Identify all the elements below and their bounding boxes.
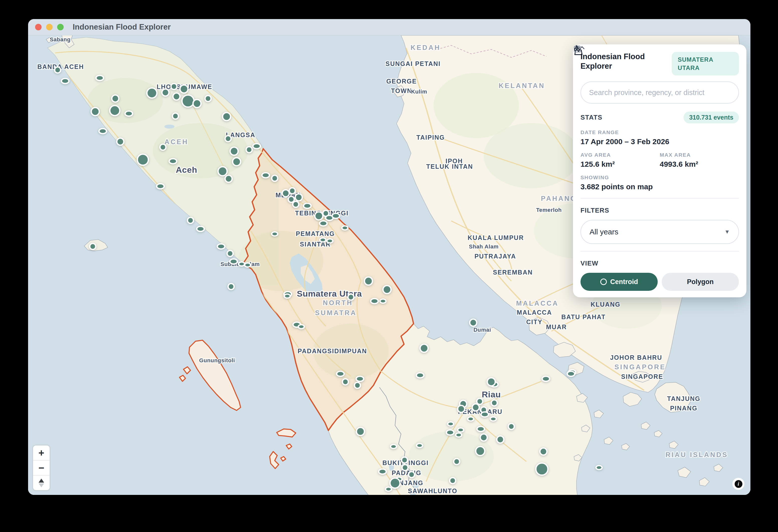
flood-point-marker[interactable] <box>262 173 269 178</box>
flood-point-marker[interactable] <box>337 371 344 376</box>
flood-point-marker[interactable] <box>356 376 364 381</box>
flood-point-marker[interactable] <box>477 398 483 404</box>
flood-point-marker[interactable] <box>239 262 245 266</box>
flood-point-marker[interactable] <box>477 427 484 432</box>
flood-point-marker[interactable] <box>315 212 323 220</box>
flood-point-marker[interactable] <box>225 136 231 142</box>
flood-point-marker[interactable] <box>402 465 408 471</box>
flood-point-marker[interactable] <box>205 95 211 101</box>
flood-point-marker[interactable] <box>284 294 290 298</box>
close-window-button[interactable] <box>35 24 42 30</box>
flood-point-marker[interactable] <box>487 378 495 386</box>
flood-point-marker[interactable] <box>253 144 260 149</box>
flood-point-marker[interactable] <box>470 319 477 326</box>
flood-point-marker[interactable] <box>245 263 251 267</box>
flood-point-marker[interactable] <box>472 404 479 411</box>
flood-point-marker[interactable] <box>225 175 232 182</box>
flood-point-marker[interactable] <box>187 217 193 223</box>
zoom-out-button[interactable]: − <box>33 460 50 475</box>
map-canvas[interactable]: SabangBANDA ACEHLHOKSEUMAWELANGSAACEHAce… <box>28 35 751 495</box>
flood-point-marker[interactable] <box>117 138 124 145</box>
flood-point-marker[interactable] <box>380 299 386 303</box>
flood-point-marker[interactable] <box>218 167 227 176</box>
flood-point-marker[interactable] <box>293 201 299 207</box>
flood-point-marker[interactable] <box>173 93 180 100</box>
year-filter-select[interactable]: All years ▼ <box>580 220 739 244</box>
flood-point-marker[interactable] <box>289 188 295 194</box>
flood-point-marker[interactable] <box>458 428 464 432</box>
flood-point-marker[interactable] <box>223 112 231 121</box>
polygon-view-button[interactable]: Polygon <box>662 273 739 291</box>
flood-point-marker[interactable] <box>480 434 487 441</box>
flood-point-marker[interactable] <box>476 447 485 456</box>
flood-point-marker[interactable] <box>491 400 497 406</box>
minimize-window-button[interactable] <box>46 24 53 30</box>
flood-point-marker[interactable] <box>147 88 157 98</box>
flood-point-marker[interactable] <box>162 89 169 96</box>
flood-point-marker[interactable] <box>272 175 278 181</box>
flood-point-marker[interactable] <box>230 259 237 264</box>
flood-point-marker[interactable] <box>390 445 396 449</box>
flood-point-marker[interactable] <box>112 95 119 102</box>
flood-point-marker[interactable] <box>408 472 414 478</box>
flood-point-marker[interactable] <box>540 448 547 455</box>
flood-point-marker[interactable] <box>61 78 69 83</box>
flood-point-marker[interactable] <box>481 412 488 417</box>
flood-point-marker[interactable] <box>272 232 278 236</box>
flood-point-marker[interactable] <box>295 194 302 201</box>
flood-point-marker[interactable] <box>348 294 354 300</box>
flood-point-marker[interactable] <box>110 105 120 116</box>
flood-point-marker[interactable] <box>182 95 194 107</box>
flood-point-marker[interactable] <box>288 196 294 202</box>
flood-point-marker[interactable] <box>355 382 361 388</box>
flood-point-marker[interactable] <box>217 244 225 249</box>
flood-point-marker[interactable] <box>197 226 204 231</box>
flood-point-marker[interactable] <box>342 379 348 385</box>
flood-point-marker[interactable] <box>96 75 103 80</box>
flood-point-marker[interactable] <box>371 299 378 304</box>
flood-point-marker[interactable] <box>246 147 252 153</box>
flood-point-marker[interactable] <box>172 113 178 119</box>
flood-point-marker[interactable] <box>567 371 575 376</box>
flood-point-marker[interactable] <box>450 478 456 483</box>
search-input[interactable] <box>589 88 731 97</box>
flood-point-marker[interactable] <box>228 284 234 290</box>
flood-point-marker[interactable] <box>468 417 474 421</box>
flood-point-marker[interactable] <box>454 459 460 465</box>
compass-tilt-control[interactable] <box>33 475 50 490</box>
flood-point-marker[interactable] <box>536 463 548 475</box>
flood-point-marker[interactable] <box>298 325 304 329</box>
maximize-window-button[interactable] <box>57 24 64 30</box>
centroid-view-button[interactable]: Centroid <box>580 273 658 291</box>
flood-point-marker[interactable] <box>446 430 454 435</box>
flood-point-marker[interactable] <box>180 85 188 93</box>
flood-point-marker[interactable] <box>320 238 326 242</box>
flood-point-marker[interactable] <box>416 444 422 448</box>
flood-point-marker[interactable] <box>416 373 424 378</box>
flood-point-marker[interactable] <box>99 129 106 134</box>
flood-point-marker[interactable] <box>304 203 311 208</box>
flood-point-marker[interactable] <box>327 239 333 243</box>
flood-point-marker[interactable] <box>282 190 289 197</box>
flood-point-marker[interactable] <box>383 286 391 294</box>
flood-point-marker[interactable] <box>90 243 96 249</box>
zoom-in-button[interactable]: + <box>33 446 50 460</box>
flood-point-marker[interactable] <box>401 457 407 463</box>
flood-point-marker[interactable] <box>320 221 327 226</box>
flood-point-marker[interactable] <box>171 83 177 89</box>
flood-point-marker[interactable] <box>157 184 164 189</box>
flood-point-marker[interactable] <box>365 277 373 285</box>
flood-point-marker[interactable] <box>227 250 233 256</box>
flood-point-marker[interactable] <box>332 213 340 218</box>
flood-point-marker[interactable] <box>193 99 201 107</box>
flood-point-marker[interactable] <box>386 487 391 491</box>
flood-point-marker[interactable] <box>137 154 148 165</box>
flood-point-marker[interactable] <box>169 159 177 164</box>
flood-point-marker[interactable] <box>508 424 514 430</box>
flood-point-marker[interactable] <box>390 478 400 488</box>
flood-point-marker[interactable] <box>55 67 61 73</box>
flood-point-marker[interactable] <box>596 466 602 470</box>
flood-point-marker[interactable] <box>230 147 238 155</box>
flood-point-marker[interactable] <box>357 428 365 436</box>
flood-point-marker[interactable] <box>379 469 386 474</box>
